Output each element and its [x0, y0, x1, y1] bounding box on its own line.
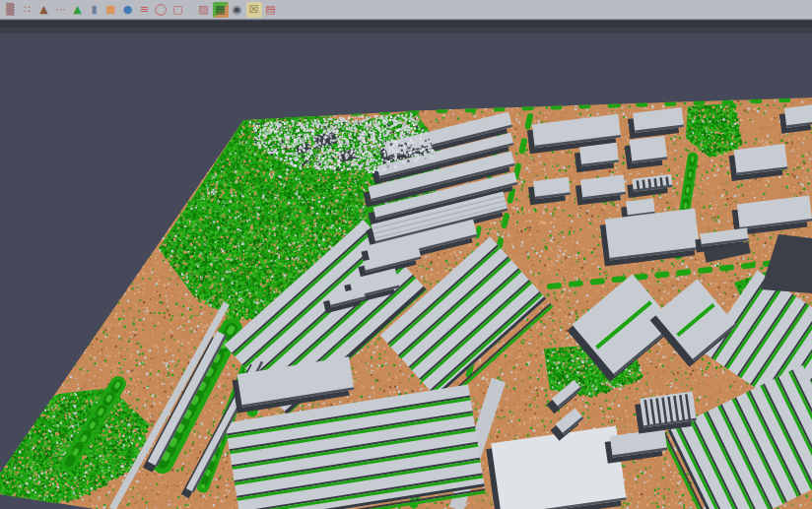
rotate-view-button[interactable]: ●: [120, 2, 136, 18]
sparse-points-button[interactable]: ⋯: [53, 2, 69, 18]
clip-region-icon: ▨: [198, 4, 208, 15]
scatter-points-icon: ∷: [24, 4, 31, 15]
point-cloud-render[interactable]: [0, 0, 812, 509]
vegetation-icon: ▲: [73, 4, 81, 15]
classification-icon: ▦: [215, 4, 225, 15]
terrain-icon: ▲: [39, 4, 47, 15]
point-cloud-icon: ▒: [6, 4, 14, 15]
rectangle-select-button[interactable]: ▢: [170, 2, 186, 18]
application-window: ▒∷▲⋯▲▮■●≡◯▢▨▦◉☒▤: [0, 0, 812, 509]
cross-section-icon: ☒: [249, 4, 259, 15]
classification-button[interactable]: ▦: [213, 2, 229, 18]
layer-stack-button[interactable]: ≡: [137, 2, 153, 18]
measure-button[interactable]: ◉: [230, 2, 245, 18]
orthoimage-icon: ■: [105, 4, 115, 15]
orthoimage-button[interactable]: ■: [103, 2, 119, 18]
vegetation-button[interactable]: ▲: [70, 2, 86, 18]
rectangle-select-icon: ▢: [172, 4, 182, 15]
point-cloud-button[interactable]: ▒: [3, 2, 19, 18]
sparse-points-icon: ⋯: [55, 4, 66, 15]
layer-stack-icon: ≡: [140, 4, 149, 15]
rotate-view-icon: ●: [123, 4, 133, 15]
annotation-icon: ▤: [265, 4, 275, 15]
profile-view-icon: ▮: [91, 4, 97, 15]
scatter-points-button[interactable]: ∷: [20, 2, 35, 18]
measure-icon: ◉: [233, 4, 242, 15]
circle-select-button[interactable]: ◯: [154, 2, 169, 18]
clip-region-button[interactable]: ▨: [196, 2, 212, 18]
annotation-button[interactable]: ▤: [263, 2, 279, 18]
profile-view-button[interactable]: ▮: [87, 2, 102, 18]
cross-section-button[interactable]: ☒: [246, 2, 262, 18]
circle-select-icon: ◯: [155, 4, 167, 15]
toolbar-separator: [0, 21, 812, 28]
main-toolbar: ▒∷▲⋯▲▮■●≡◯▢▨▦◉☒▤: [0, 0, 812, 20]
terrain-button[interactable]: ▲: [36, 2, 52, 18]
toolbar-group-divider: [186, 2, 195, 18]
